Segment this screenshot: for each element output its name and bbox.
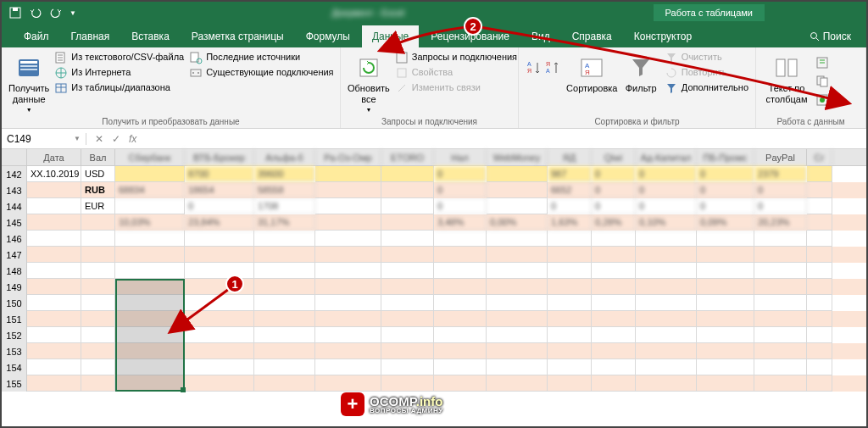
row-146[interactable]: 146 [2,231,866,247]
cell[interactable] [381,295,434,311]
reapply-button[interactable]: Повторить [665,66,748,80]
col-L[interactable]: Ад-Капитал [636,149,697,165]
flash-fill-icon[interactable] [815,56,829,69]
get-data-button[interactable]: Получить данные ▼ [8,51,49,114]
cell[interactable]: RUB [81,182,115,198]
cell[interactable] [115,198,185,214]
cell[interactable] [27,359,81,375]
cell[interactable] [592,279,636,295]
cell[interactable] [697,247,754,263]
cell[interactable] [636,375,697,392]
cell[interactable] [548,359,592,375]
col-A[interactable]: Дата [27,149,81,165]
cell[interactable] [315,359,381,375]
cell[interactable] [27,247,81,263]
cell[interactable] [27,375,81,392]
cell[interactable] [697,231,754,247]
cell[interactable] [115,166,185,182]
cell[interactable]: 0 [434,182,487,198]
row-header[interactable]: 147 [2,247,27,263]
cell[interactable] [185,359,254,375]
cell[interactable] [548,343,592,359]
sort-button[interactable]: АЯ Сортировка [566,51,618,94]
cell[interactable]: 0 [697,166,754,182]
col-J[interactable]: ЯД [548,149,592,165]
cell[interactable]: 10,03% [115,214,185,231]
cell[interactable]: USD [81,166,115,182]
cell[interactable] [434,247,487,263]
cell[interactable] [27,198,81,214]
cell[interactable] [807,295,832,311]
cell[interactable] [697,343,754,359]
cell[interactable] [315,279,381,295]
row-header[interactable]: 145 [2,214,27,231]
cell[interactable] [115,375,185,392]
cell[interactable] [185,247,254,263]
cell[interactable] [592,311,636,327]
cell[interactable] [697,295,754,311]
cell[interactable]: 39600 [254,166,315,182]
row-154[interactable]: 154 [2,359,866,375]
cell[interactable] [315,231,381,247]
clear-filter-button[interactable]: Очистить [665,51,748,64]
cell[interactable] [115,279,185,295]
cell[interactable] [548,263,592,279]
text-to-columns-button[interactable]: Текст по столбцам [763,51,810,105]
row-header[interactable]: 151 [2,311,27,327]
cell[interactable] [315,214,381,231]
cell[interactable] [434,327,487,343]
row-148[interactable]: 148 [2,263,866,279]
cell[interactable] [381,327,434,343]
cell[interactable]: 0 [592,198,636,214]
cell[interactable]: 0 [434,166,487,182]
cell[interactable]: 68834 [115,182,185,198]
cell[interactable] [254,263,315,279]
existing-connections-button[interactable]: Существующие подключения [189,66,333,80]
cell[interactable] [115,327,185,343]
cell[interactable] [487,327,548,343]
cell[interactable] [185,375,254,392]
cell[interactable] [27,327,81,343]
cell[interactable] [185,295,254,311]
cell[interactable] [807,263,832,279]
cell[interactable] [381,198,434,214]
cell[interactable] [548,247,592,263]
cell[interactable] [81,359,115,375]
cell[interactable]: 1,63% [548,214,592,231]
cell[interactable] [185,343,254,359]
cell[interactable] [81,263,115,279]
cell[interactable] [754,263,807,279]
cell[interactable] [754,247,807,263]
cell[interactable] [115,295,185,311]
cell[interactable] [754,359,807,375]
save-icon[interactable] [8,6,22,19]
cell[interactable] [434,231,487,247]
cell[interactable] [592,343,636,359]
cell[interactable] [754,279,807,295]
cell[interactable]: 0 [185,198,254,214]
cell[interactable] [81,279,115,295]
cell[interactable] [636,295,697,311]
cell[interactable] [592,327,636,343]
cell[interactable]: 0 [548,198,592,214]
cell[interactable] [592,263,636,279]
cell[interactable] [254,343,315,359]
cell[interactable] [636,263,697,279]
col-H[interactable]: Нал [434,149,487,165]
cell[interactable] [697,279,754,295]
cell[interactable] [81,343,115,359]
cell[interactable] [185,263,254,279]
cell[interactable] [115,231,185,247]
cell[interactable]: XX.10.2019 [27,166,81,182]
cell[interactable] [548,327,592,343]
cell[interactable]: 1708 [254,198,315,214]
row-149[interactable]: 149 [2,279,866,295]
cell[interactable] [434,263,487,279]
cell[interactable] [315,166,381,182]
advanced-button[interactable]: Дополнительно [665,81,748,95]
cell[interactable] [381,359,434,375]
cell[interactable] [636,311,697,327]
cell[interactable] [807,214,832,231]
cell[interactable] [81,247,115,263]
cell[interactable] [434,279,487,295]
